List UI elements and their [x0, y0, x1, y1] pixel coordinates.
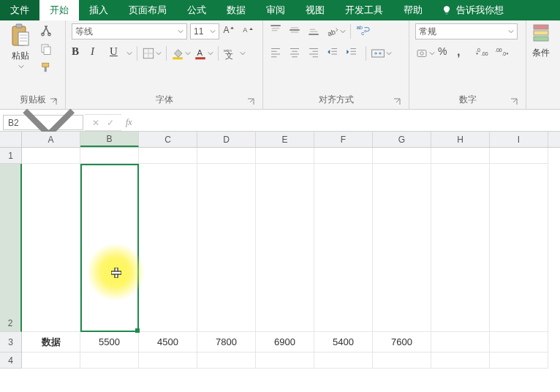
- worksheet-grid[interactable]: A B C D E F G H I 1 2 3 数据 5500 4500 780…: [0, 132, 560, 369]
- orientation-button[interactable]: ab: [326, 25, 346, 38]
- cell-G4[interactable]: [373, 353, 431, 369]
- col-header-A[interactable]: A: [22, 132, 80, 147]
- formula-input[interactable]: [137, 114, 560, 131]
- dialog-launcher-icon[interactable]: [49, 97, 58, 106]
- align-center-button[interactable]: [288, 45, 304, 61]
- underline-button[interactable]: U: [110, 45, 132, 61]
- cell-F4[interactable]: [314, 353, 373, 369]
- align-right-button[interactable]: [307, 45, 323, 61]
- comma-style-button[interactable]: ,: [457, 45, 473, 61]
- cell-E1[interactable]: [256, 148, 314, 164]
- cell-F1[interactable]: [314, 148, 373, 164]
- copy-button[interactable]: [39, 42, 56, 59]
- cell-B1[interactable]: [80, 148, 139, 164]
- dialog-launcher-icon[interactable]: [393, 97, 401, 106]
- tab-data[interactable]: 数据: [216, 0, 256, 20]
- name-box[interactable]: B2: [3, 115, 83, 130]
- cell-C1[interactable]: [139, 148, 197, 164]
- format-painter-button[interactable]: [39, 61, 56, 78]
- font-size-combo[interactable]: 11: [190, 23, 219, 39]
- align-left-button[interactable]: [269, 45, 285, 61]
- row-header-2[interactable]: 2: [0, 164, 22, 332]
- cell-G1[interactable]: [373, 148, 431, 164]
- tab-view[interactable]: 视图: [295, 0, 335, 20]
- col-header-E[interactable]: E: [256, 132, 314, 147]
- cut-button[interactable]: [39, 23, 56, 39]
- percent-button[interactable]: %: [438, 45, 454, 61]
- cell-A2[interactable]: [22, 164, 80, 332]
- row-header-1[interactable]: 1: [0, 148, 22, 164]
- cell-B3[interactable]: 5500: [80, 332, 139, 353]
- cell-A1[interactable]: [22, 148, 80, 164]
- cell-E3[interactable]: 6900: [256, 332, 314, 353]
- tab-home[interactable]: 开始: [39, 0, 79, 20]
- cell-H2[interactable]: [431, 164, 490, 332]
- tab-page-layout[interactable]: 页面布局: [118, 0, 177, 20]
- number-format-combo[interactable]: 常规: [415, 23, 518, 39]
- italic-button[interactable]: I: [91, 45, 107, 61]
- merge-center-button[interactable]: [371, 47, 392, 60]
- decrease-indent-button[interactable]: [326, 45, 342, 61]
- align-middle-button[interactable]: [288, 23, 304, 39]
- decrease-font-button[interactable]: A: [241, 23, 257, 39]
- cancel-formula-button[interactable]: ✕: [92, 118, 99, 128]
- borders-button[interactable]: [142, 47, 162, 60]
- enter-formula-button[interactable]: ✓: [107, 118, 114, 128]
- cell-G3[interactable]: 7600: [373, 332, 431, 353]
- cell-I4[interactable]: [490, 353, 548, 369]
- cell-A3[interactable]: 数据: [22, 332, 80, 353]
- fill-color-button[interactable]: [171, 47, 191, 60]
- cell-G2[interactable]: [373, 164, 431, 332]
- tab-insert[interactable]: 插入: [79, 0, 118, 20]
- cell-A4[interactable]: [22, 353, 80, 369]
- cell-E4[interactable]: [256, 353, 314, 369]
- font-color-button[interactable]: A: [194, 47, 213, 60]
- dialog-launcher-icon[interactable]: [510, 97, 518, 106]
- col-header-B[interactable]: B: [80, 132, 139, 147]
- paste-button[interactable]: 粘贴: [6, 23, 35, 72]
- col-header-I[interactable]: I: [490, 132, 548, 147]
- cell-H4[interactable]: [431, 353, 490, 369]
- increase-indent-button[interactable]: [345, 45, 361, 61]
- col-header-G[interactable]: G: [373, 132, 431, 147]
- increase-font-button[interactable]: A: [222, 23, 238, 39]
- decrease-decimal-button[interactable]: .00.0: [495, 45, 511, 61]
- tab-help[interactable]: 帮助: [393, 0, 433, 20]
- tab-review[interactable]: 审阅: [256, 0, 295, 20]
- tab-formulas[interactable]: 公式: [177, 0, 216, 20]
- select-all-corner[interactable]: [0, 132, 22, 147]
- cell-D2[interactable]: [197, 164, 256, 332]
- cell-H3[interactable]: [431, 332, 490, 353]
- cell-F3[interactable]: 5400: [314, 332, 373, 353]
- tab-developer[interactable]: 开发工具: [335, 0, 393, 20]
- col-header-F[interactable]: F: [314, 132, 373, 147]
- align-top-button[interactable]: [269, 23, 285, 39]
- font-name-combo[interactable]: 等线: [72, 23, 187, 39]
- cell-I3[interactable]: [490, 332, 548, 353]
- row-header-3[interactable]: 3: [0, 332, 22, 353]
- cell-B4[interactable]: [80, 353, 139, 369]
- col-header-D[interactable]: D: [197, 132, 256, 147]
- align-bottom-button[interactable]: [307, 23, 323, 39]
- dialog-launcher-icon[interactable]: [246, 97, 255, 106]
- cell-D1[interactable]: [197, 148, 256, 164]
- cell-C4[interactable]: [139, 353, 197, 369]
- conditional-formatting-icon[interactable]: [532, 23, 550, 44]
- col-header-H[interactable]: H: [431, 132, 490, 147]
- bold-button[interactable]: B: [72, 45, 88, 61]
- cell-B2[interactable]: [80, 164, 139, 332]
- cell-H1[interactable]: [431, 148, 490, 164]
- cell-C3[interactable]: 4500: [139, 332, 197, 353]
- cell-I1[interactable]: [490, 148, 548, 164]
- cell-I2[interactable]: [490, 164, 548, 332]
- cell-D3[interactable]: 7800: [197, 332, 256, 353]
- increase-decimal-button[interactable]: .0.00: [476, 45, 492, 61]
- phonetic-guide-button[interactable]: wén文: [223, 47, 246, 60]
- tab-file[interactable]: 文件: [0, 0, 39, 20]
- cell-F2[interactable]: [314, 164, 373, 332]
- row-header-4[interactable]: 4: [0, 353, 22, 369]
- tell-me[interactable]: 告诉我你想: [442, 0, 504, 20]
- cell-E2[interactable]: [256, 164, 314, 332]
- cell-D4[interactable]: [197, 353, 256, 369]
- cell-C2[interactable]: [139, 164, 197, 332]
